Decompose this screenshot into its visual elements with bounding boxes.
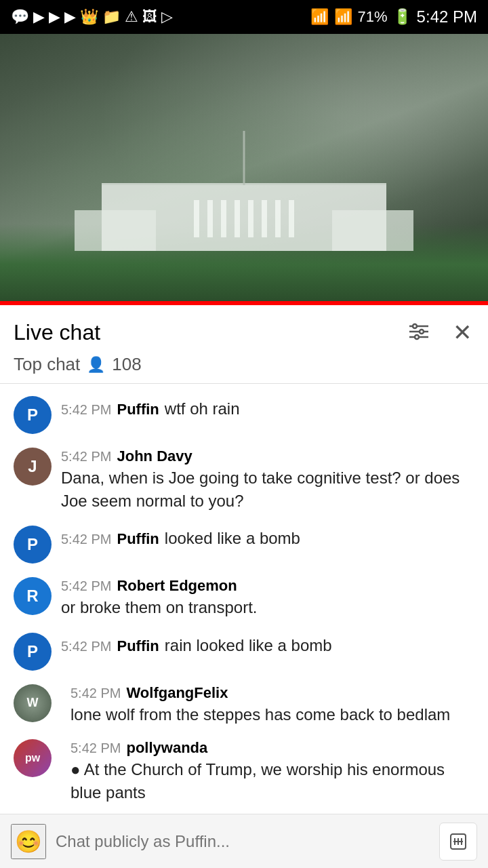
youtube-icon2: ▶	[49, 8, 60, 26]
list-item: W 5:42 PM WolfgangFelix lone wolf from t…	[0, 677, 488, 733]
clock: 5:42 PM	[417, 7, 477, 26]
message-author: Robert Edgemon	[117, 577, 237, 595]
message-content: 5:42 PM pollywanda ● At the Church of Tr…	[70, 739, 474, 804]
message-text: Dana, when is Joe going to take cognitiv…	[61, 467, 474, 512]
viewer-icon: 👤	[87, 356, 105, 374]
send-button[interactable]	[439, 823, 477, 861]
message-content: 5:42 PM Puffin rain looked like a bomb	[61, 633, 474, 657]
notification-icon: 💬	[11, 8, 29, 26]
svg-point-4	[420, 330, 424, 334]
avatar: P	[14, 526, 52, 564]
status-right: 📶 📶 71% 🔋 5:42 PM	[310, 7, 477, 26]
message-author: Puffin	[117, 401, 159, 418]
emoji-button[interactable]: 😊	[11, 824, 46, 859]
list-item: R 5:42 PM Robert Edgemon or broke them o…	[0, 570, 488, 626]
avatar: R	[14, 577, 52, 615]
play-icon: ▷	[161, 8, 173, 26]
progress-bar	[0, 301, 488, 305]
message-author: John Davy	[117, 448, 192, 465]
top-chat-label: Top chat	[14, 354, 80, 375]
status-left: 💬 ▶ ▶ ▶ 👑 📁 ⚠ 🖼 ▷	[11, 8, 173, 26]
message-content: 5:42 PM Robert Edgemon or broke them on …	[61, 577, 474, 619]
live-chat-title: Live chat	[14, 320, 100, 345]
message-author: pollywanda	[126, 739, 207, 757]
message-text: wtf oh rain	[165, 397, 240, 420]
video-player[interactable]	[0, 34, 488, 305]
close-button[interactable]: ✕	[450, 316, 474, 349]
message-text: rain looked like a bomb	[165, 634, 332, 657]
message-text: or broke them on transport.	[61, 596, 474, 619]
avatar: pw	[14, 739, 52, 777]
live-chat-header: Live chat ✕ Top chat 👤 108	[0, 305, 488, 384]
message-time: 5:42 PM	[61, 578, 111, 594]
message-time: 5:42 PM	[61, 639, 111, 654]
list-item: pw 5:42 PM pollywanda ● At the Church of…	[0, 732, 488, 810]
message-text: looked like a bomb	[165, 527, 300, 550]
message-content: 5:42 PM John Davy Dana, when is Joe goin…	[61, 448, 474, 512]
list-item: P 5:42 PM Puffin rain looked like a bomb	[0, 626, 488, 677]
avatar: W	[14, 684, 52, 722]
list-item: P 5:42 PM Puffin wtf oh rain	[0, 389, 488, 441]
list-item: P 5:42 PM Puffin looked like a bomb	[0, 519, 488, 570]
message-content: 5:42 PM WolfgangFelix lone wolf from the…	[70, 684, 474, 726]
svg-point-3	[413, 324, 417, 328]
signal-icon: 📶	[334, 8, 352, 26]
svg-point-5	[415, 335, 419, 339]
filter-icon	[407, 319, 431, 344]
list-item: J 5:42 PM John Davy Dana, when is Joe go…	[0, 441, 488, 519]
avatar: J	[14, 448, 52, 486]
filter-button[interactable]	[404, 317, 434, 349]
message-time: 5:42 PM	[70, 686, 121, 701]
youtube-icon3: ▶	[64, 8, 76, 26]
building-silhouette	[75, 142, 413, 251]
message-author: Puffin	[117, 637, 159, 655]
message-time: 5:42 PM	[61, 532, 111, 547]
viewer-count: 108	[112, 354, 141, 375]
top-chat-row: Top chat 👤 108	[14, 354, 474, 383]
avatar: P	[14, 396, 52, 434]
message-author: WolfgangFelix	[126, 684, 228, 702]
battery-percent: 71%	[358, 8, 388, 26]
chat-input[interactable]	[56, 832, 430, 851]
folder-icon: 📁	[102, 8, 121, 26]
message-author: Puffin	[117, 530, 159, 548]
avatar: P	[14, 633, 52, 671]
youtube-icon: ▶	[33, 8, 45, 26]
message-text: lone wolf from the steppes has come back…	[70, 703, 474, 726]
header-icons: ✕	[404, 316, 474, 349]
status-bar: 💬 ▶ ▶ ▶ 👑 📁 ⚠ 🖼 ▷ 📶 📶 71% 🔋 5:42 PM	[0, 0, 488, 34]
chat-input-bar: 😊	[0, 814, 488, 868]
battery-icon: 🔋	[393, 8, 411, 26]
message-text: ● At the Church of Trump, we worship his…	[70, 758, 474, 804]
message-time: 5:42 PM	[70, 741, 121, 756]
message-content: 5:42 PM Puffin wtf oh rain	[61, 396, 474, 420]
alert-icon: ⚠	[125, 8, 138, 26]
image-icon: 🖼	[142, 8, 157, 26]
message-time: 5:42 PM	[61, 449, 111, 465]
chat-messages: P 5:42 PM Puffin wtf oh rain J 5:42 PM J…	[0, 384, 488, 868]
message-content: 5:42 PM Puffin looked like a bomb	[61, 526, 474, 550]
send-icon	[448, 831, 468, 852]
message-time: 5:42 PM	[61, 402, 111, 418]
wifi-icon: 📶	[310, 8, 329, 26]
crown-icon: 👑	[80, 8, 98, 26]
